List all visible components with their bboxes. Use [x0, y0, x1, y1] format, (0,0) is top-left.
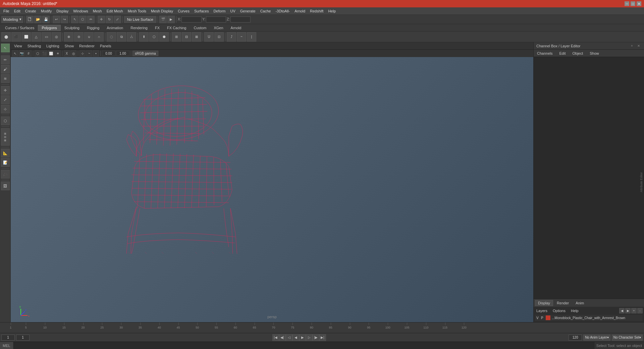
- paint-tool-left[interactable]: ✏: [1, 55, 10, 64]
- layer-row[interactable]: V P ...Monoblock_Plastic_Chair_with_Armr…: [535, 315, 643, 321]
- shelf-boolean-diff[interactable]: ∩: [94, 32, 104, 42]
- menu-cache[interactable]: Cache: [258, 8, 273, 14]
- menu-file[interactable]: File: [1, 8, 11, 14]
- rp-close-btn[interactable]: ✕: [636, 43, 641, 49]
- shelf-separate[interactable]: ⊖: [74, 32, 84, 42]
- multi-tool-group[interactable]: ⊞ ⊟ ⊠: [1, 128, 10, 146]
- layer-playback[interactable]: P: [541, 316, 544, 320]
- undo-button[interactable]: ↩: [53, 16, 60, 23]
- smear-tool-left[interactable]: ≋: [1, 74, 10, 83]
- menu-mesh[interactable]: Mesh: [91, 8, 104, 14]
- scale-tool[interactable]: ⤢: [114, 16, 121, 23]
- vp-num2[interactable]: 1.00: [116, 51, 129, 56]
- shelf-sphere[interactable]: ⬤: [1, 32, 11, 42]
- tab-fx[interactable]: FX: [151, 25, 163, 31]
- layer-next-btn[interactable]: ▶: [625, 308, 631, 313]
- goto-end-btn[interactable]: ▶|: [319, 334, 326, 341]
- y-input[interactable]: [206, 16, 226, 22]
- workspace-dropdown[interactable]: Modeling ▾: [1, 16, 23, 23]
- vp-grid-btn[interactable]: #: [25, 50, 32, 56]
- vp-snap-point[interactable]: •: [93, 50, 99, 56]
- edit-tab[interactable]: Edit: [557, 51, 568, 56]
- tab-xgen[interactable]: XGen: [210, 25, 227, 31]
- channels-tab[interactable]: Channels: [535, 51, 554, 56]
- play-back-btn[interactable]: ◀: [292, 334, 299, 341]
- shelf-cube[interactable]: ⬛: [11, 32, 21, 42]
- menu-edit[interactable]: Edit: [12, 8, 22, 14]
- vp-xray-btn[interactable]: X: [64, 50, 70, 56]
- object-tab[interactable]: Object: [570, 51, 585, 56]
- shelf-cylinder[interactable]: ⬜: [21, 32, 31, 42]
- tab-rigging[interactable]: Rigging: [83, 25, 103, 31]
- layer-add-btn[interactable]: +: [631, 308, 637, 313]
- maximize-button[interactable]: □: [631, 1, 635, 6]
- vp-menu-lighting[interactable]: Lighting: [44, 43, 61, 49]
- vp-texture-btn[interactable]: ⬜: [48, 50, 54, 56]
- render-seq-button[interactable]: ▶: [167, 16, 175, 23]
- shelf-mirror[interactable]: ⧊: [127, 32, 136, 42]
- measure-tool-left[interactable]: 📐: [1, 149, 10, 157]
- shelf-cone[interactable]: △: [32, 32, 41, 42]
- play-fwd-btn[interactable]: ▶: [299, 334, 306, 341]
- shelf-normals[interactable]: ⤴: [227, 32, 236, 42]
- shelf-torus[interactable]: ◎: [52, 32, 61, 42]
- rp-expand-btn[interactable]: +: [629, 43, 635, 49]
- save-file-button[interactable]: 💾: [42, 16, 50, 23]
- tab-fx-caching[interactable]: FX Caching: [163, 25, 190, 31]
- vp-num1[interactable]: 0.00: [102, 51, 115, 56]
- menu-deform[interactable]: Deform: [211, 8, 227, 14]
- tab-rendering[interactable]: Rendering: [127, 25, 151, 31]
- title-bar-controls[interactable]: ─ □ ✕: [625, 1, 641, 6]
- bottom-icon-left[interactable]: 🖼: [1, 182, 10, 190]
- viewport[interactable]: View Shading Lighting Show Renderer Pane…: [11, 42, 533, 322]
- shelf-soften[interactable]: ~: [237, 32, 246, 42]
- transform-tool-left[interactable]: ✛: [1, 86, 10, 95]
- command-input[interactable]: [13, 342, 594, 349]
- shelf-subdiv[interactable]: ⧉: [117, 32, 126, 42]
- open-file-button[interactable]: 📂: [34, 16, 42, 23]
- goto-start-btn[interactable]: |◀: [272, 334, 279, 341]
- menu-help[interactable]: Help: [326, 8, 338, 14]
- vp-gamma-label[interactable]: sRGB gamma: [132, 51, 158, 56]
- vp-menu-show[interactable]: Show: [63, 43, 76, 49]
- rotate-tool[interactable]: ↻: [106, 16, 113, 23]
- menu-surfaces[interactable]: Surfaces: [192, 8, 211, 14]
- x-input[interactable]: [181, 16, 202, 22]
- tab-animation[interactable]: Animation: [103, 25, 127, 31]
- menu-mesh-tools[interactable]: Mesh Tools: [126, 8, 148, 14]
- close-button[interactable]: ✕: [637, 1, 641, 6]
- shelf-combine[interactable]: ⊕: [64, 32, 73, 42]
- vp-menu-renderer[interactable]: Renderer: [77, 43, 97, 49]
- menu-create[interactable]: Create: [23, 8, 38, 14]
- render-tool-left[interactable]: 🎥: [1, 170, 10, 179]
- layer-remove-btn[interactable]: -: [637, 308, 643, 313]
- anim-end-input[interactable]: [569, 335, 582, 341]
- menu-arnold[interactable]: Arnold: [292, 8, 307, 14]
- vp-select-btn[interactable]: ↖: [12, 50, 18, 56]
- shelf-uv-editor[interactable]: ⊡: [214, 32, 224, 42]
- tab-sculpting[interactable]: Sculpting: [61, 25, 83, 31]
- shelf-boolean-union[interactable]: ∪: [84, 32, 94, 42]
- menu-display[interactable]: Display: [54, 8, 70, 14]
- step-back-btn[interactable]: ◁: [286, 334, 292, 341]
- vp-light-btn[interactable]: ☀: [55, 50, 61, 56]
- next-key-btn[interactable]: |▶: [313, 334, 319, 341]
- layer-prev-btn[interactable]: ◀: [619, 308, 625, 313]
- menu-curves[interactable]: Curves: [176, 8, 192, 14]
- tab-curves--surfaces[interactable]: Curves / Surfaces: [1, 25, 38, 31]
- paint-select[interactable]: ✏: [87, 16, 95, 23]
- vp-solid-btn[interactable]: ⬛: [41, 50, 47, 56]
- display-tab-anim[interactable]: Anim: [573, 300, 587, 306]
- select-tool-left[interactable]: ↖: [1, 44, 10, 52]
- show-tab[interactable]: Show: [588, 51, 601, 56]
- view-tool-left[interactable]: ⬡: [1, 116, 10, 125]
- z-input[interactable]: [230, 16, 251, 22]
- no-char-set-dropdown[interactable]: No Character Set ▾: [612, 335, 643, 341]
- layer-visibility[interactable]: V: [536, 316, 540, 320]
- render-button[interactable]: 🎬: [159, 16, 167, 23]
- shelf-extrude[interactable]: ⬆: [139, 32, 149, 42]
- orient-tool-left[interactable]: ⤢: [1, 95, 10, 104]
- tab-custom[interactable]: Custom: [190, 25, 210, 31]
- menu-uv[interactable]: UV: [228, 8, 237, 14]
- shelf-bridge[interactable]: ⬢: [159, 32, 169, 42]
